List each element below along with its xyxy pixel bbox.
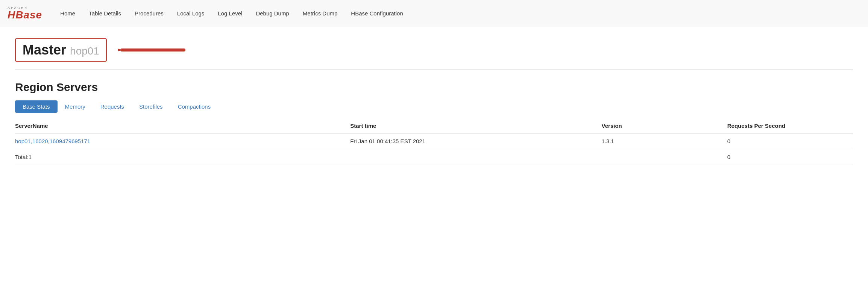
master-title: Master	[23, 42, 66, 58]
logo: APACHE HBase	[8, 6, 42, 20]
arrow-icon	[118, 39, 186, 61]
nav-link-table-details[interactable]: Table Details	[82, 7, 128, 20]
col-header-server: ServerName	[15, 119, 350, 133]
tab-requests[interactable]: Requests	[93, 100, 132, 113]
region-servers-title: Region Servers	[15, 81, 853, 94]
region-servers-section: Region Servers Base StatsMemoryRequestsS…	[15, 81, 853, 165]
nav-link-procedures[interactable]: Procedures	[128, 7, 170, 20]
arrow-container	[118, 39, 186, 61]
nav-link-metrics-dump[interactable]: Metrics Dump	[296, 7, 344, 20]
nav-link-hbase-configuration[interactable]: HBase Configuration	[344, 7, 410, 20]
table-total-row: Total:10	[15, 149, 853, 165]
region-servers-table: ServerName Start time Version Requests P…	[15, 119, 853, 165]
tabs-container: Base StatsMemoryRequestsStorefilesCompac…	[15, 100, 853, 113]
master-hostname: hop01	[70, 45, 99, 57]
table-header-row: ServerName Start time Version Requests P…	[15, 119, 853, 133]
server-link[interactable]: hop01,16020,1609479695171	[15, 138, 90, 144]
main-content: Master hop01 Region Servers Base StatsMe…	[0, 27, 868, 176]
col-header-version: Version	[602, 119, 727, 133]
tab-compactions[interactable]: Compactions	[170, 100, 219, 113]
nav-link-log-level[interactable]: Log Level	[211, 7, 249, 20]
total-rps: 0	[727, 149, 853, 165]
nav-links: HomeTable DetailsProceduresLocal LogsLog…	[53, 7, 410, 20]
tab-base-stats[interactable]: Base Stats	[15, 100, 58, 113]
start-time: Fri Jan 01 00:41:35 EST 2021	[350, 133, 601, 149]
navbar: APACHE HBase HomeTable DetailsProcedures…	[0, 0, 868, 27]
hbase-name-label: HBase	[8, 10, 42, 20]
total-label: Total:1	[15, 149, 350, 165]
nav-link-debug-dump[interactable]: Debug Dump	[249, 7, 296, 20]
nav-link-home[interactable]: Home	[53, 7, 82, 20]
requests-per-second: 0	[727, 133, 853, 149]
col-header-rps: Requests Per Second	[727, 119, 853, 133]
nav-link-local-logs[interactable]: Local Logs	[170, 7, 211, 20]
col-header-start: Start time	[350, 119, 601, 133]
tab-memory[interactable]: Memory	[58, 100, 93, 113]
tab-storefiles[interactable]: Storefiles	[132, 100, 170, 113]
version: 1.3.1	[602, 133, 727, 149]
table-row: hop01,16020,1609479695171Fri Jan 01 00:4…	[15, 133, 853, 149]
master-title-box: Master hop01	[15, 38, 107, 62]
master-section: Master hop01	[15, 38, 853, 70]
